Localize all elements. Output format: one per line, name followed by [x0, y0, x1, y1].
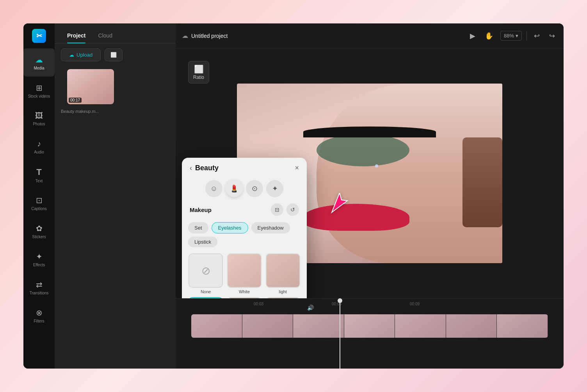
reset-button[interactable]: ↺ — [286, 203, 299, 216]
text-icon: T — [36, 167, 41, 177]
effects-icon: ✦ — [36, 252, 43, 261]
tab-cloud[interactable]: Cloud — [92, 28, 119, 43]
sidebar-item-effects[interactable]: ✦ Effects — [23, 245, 55, 273]
item-thumb-yellow — [266, 297, 300, 298]
popup-header: ‹ Beauty × — [182, 158, 307, 177]
body-icon: ⊙ — [252, 184, 258, 193]
sidebar-label-text: Text — [36, 179, 43, 183]
chip-lipstick[interactable]: Lipstick — [188, 237, 217, 247]
toolbar-divider — [527, 31, 527, 41]
sidebar-item-filters[interactable]: ⊗ Filters — [23, 301, 55, 330]
track-thumb-5 — [395, 314, 446, 338]
list-item[interactable]: yellow — [265, 297, 301, 298]
sidebar-label-media: Media — [34, 66, 44, 70]
tab-project[interactable]: Project — [61, 28, 92, 43]
track-thumbnails — [191, 314, 548, 338]
makeup-icon: 💄 — [230, 184, 238, 193]
back-button[interactable]: ‹ Beauty — [190, 164, 219, 172]
volume-button[interactable]: 🔊 — [307, 305, 314, 311]
sidebar-label-stock: Stock videos — [28, 94, 50, 98]
toolbar-right: ▶ ✋ 88% ▾ ↩ ↪ — [468, 30, 557, 42]
media-duration: 00:17 — [69, 98, 82, 103]
ratio-icon: ⬜ — [194, 64, 204, 74]
item-thumb-lingting: ⚙ — [189, 297, 223, 298]
popup-title: Beauty — [195, 164, 219, 172]
panel-actions: ☁ Upload ⬜ — [55, 44, 176, 66]
tab-makeup[interactable]: 💄 — [226, 180, 243, 197]
sidebar-label-photos: Photos — [33, 122, 45, 126]
play-button[interactable]: ▶ — [468, 30, 478, 42]
list-item[interactable]: leno — [227, 297, 262, 298]
canvas-area: ⬜ Ratio — [176, 48, 564, 298]
tab-body[interactable]: ⊙ — [246, 180, 263, 197]
sidebar-item-captions[interactable]: ⊡ Captions — [23, 189, 55, 217]
tab-face[interactable]: ☺ — [205, 180, 222, 197]
chip-eyelashes[interactable]: Eyelashes — [212, 222, 248, 233]
stickers-icon: ✿ — [36, 224, 43, 233]
item-label-white: White — [239, 289, 250, 294]
list-item[interactable]: ⊘ None — [188, 253, 224, 294]
track-thumb-7 — [497, 314, 548, 338]
zoom-control[interactable]: 88% ▾ — [500, 31, 522, 41]
track-thumb-3 — [293, 314, 344, 338]
media-filename: Beauty makeup.m... — [61, 109, 169, 114]
audio-icon: ♪ — [37, 139, 41, 148]
item-label-none: None — [201, 289, 211, 294]
time-marker-1: 00:03 — [254, 302, 263, 306]
sidebar-item-photos[interactable]: 🖼 Photos — [23, 105, 55, 133]
list-item[interactable]: light — [265, 253, 301, 294]
zoom-value: 88% — [504, 33, 514, 39]
logo-icon: ✂ — [32, 29, 46, 43]
hand-tool-button[interactable]: ✋ — [482, 30, 496, 42]
sidebar-label-filters: Filters — [34, 319, 44, 323]
timeline-area: 00:03 00:06 00:09 🔊 — [176, 298, 564, 369]
list-item[interactable]: ⚙ lingting — [188, 297, 224, 298]
chip-eyeshadow[interactable]: Eyeshadow — [251, 222, 290, 233]
sidebar-label-captions: Captions — [31, 207, 46, 211]
center-right: ☁ Untitled project ▶ ✋ 88% ▾ ↩ ↪ — [176, 23, 564, 369]
ratio-button[interactable]: ⬜ Ratio — [188, 61, 209, 84]
playhead[interactable] — [340, 299, 340, 369]
compare-button[interactable]: ⊟ — [271, 203, 283, 216]
chip-set[interactable]: Set — [188, 222, 208, 233]
filters-icon: ⊗ — [36, 308, 43, 317]
track-thumb-1 — [191, 314, 242, 338]
section-header: Makeup ⊟ ↺ — [182, 200, 307, 219]
captions-icon: ⊡ — [36, 196, 43, 205]
sidebar-label-transitions: Transitions — [30, 291, 49, 295]
sidebar-item-text[interactable]: T Text — [23, 161, 55, 189]
sidebar-label-audio: Audio — [34, 150, 44, 154]
mobile-button[interactable]: ⬜ — [105, 48, 123, 61]
tab-retouch[interactable]: ✦ — [266, 180, 283, 197]
transitions-icon: ⇄ — [36, 280, 43, 289]
sidebar-item-stickers[interactable]: ✿ Stickers — [23, 217, 55, 245]
undo-button[interactable]: ↩ — [532, 30, 542, 42]
ratio-label: Ratio — [193, 75, 204, 80]
zoom-chevron-icon: ▾ — [516, 33, 518, 39]
playhead-handle[interactable] — [338, 298, 342, 303]
sidebar-item-transitions[interactable]: ⇄ Transitions — [23, 273, 55, 301]
list-item[interactable]: White — [227, 253, 262, 294]
track-thumb-4 — [344, 314, 395, 338]
section-title: Makeup — [190, 207, 212, 213]
time-marker-3: 00:09 — [410, 302, 420, 306]
project-title: Untitled project — [191, 33, 228, 39]
items-grid: ⊘ None White — [182, 250, 307, 298]
timeline-ruler: 00:03 00:06 00:09 — [176, 299, 564, 311]
sidebar-item-stock-videos[interactable]: ⊞ Stock videos — [23, 77, 55, 105]
sidebar-item-audio[interactable]: ♪ Audio — [23, 133, 55, 161]
sidebar-item-media[interactable]: ☁ Media — [23, 48, 55, 77]
redo-button[interactable]: ↪ — [547, 30, 557, 42]
media-thumbnail[interactable]: 00:17 — [67, 69, 114, 104]
timeline-track — [191, 314, 548, 338]
sidebar-label-effects: Effects — [33, 263, 45, 267]
close-button[interactable]: × — [295, 164, 299, 172]
left-panel: Project Cloud ☁ Upload ⬜ — [55, 23, 176, 369]
item-thumb-none: ⊘ — [189, 253, 223, 288]
upload-button[interactable]: ☁ Upload — [61, 48, 101, 61]
filter-chips: Set Eyelashes Eyeshadow Lipstick — [182, 219, 307, 250]
track-thumb-6 — [446, 314, 497, 338]
beauty-popup: ‹ Beauty × ☺ 💄 — [182, 158, 307, 298]
media-icon: ☁ — [35, 55, 43, 64]
section-actions: ⊟ ↺ — [271, 203, 299, 216]
